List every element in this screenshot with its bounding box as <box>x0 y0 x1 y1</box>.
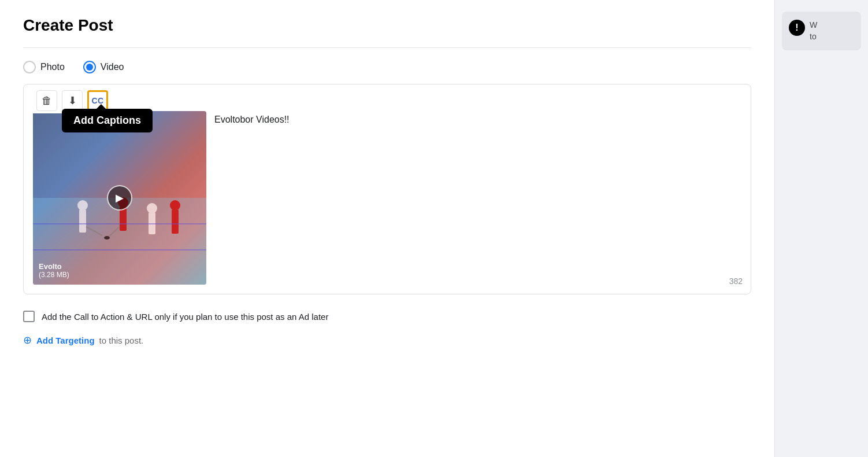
video-info: Evoltobor Videos!! <box>214 94 741 125</box>
svg-point-9 <box>104 236 110 239</box>
svg-point-8 <box>147 203 157 213</box>
video-toolbar: 🗑 ⬇ CC Add Captions <box>33 88 112 113</box>
divider <box>23 47 751 48</box>
alert-text: W to <box>810 20 817 42</box>
trash-icon: 🗑 <box>42 95 52 107</box>
svg-point-11 <box>170 200 180 211</box>
video-thumbnail[interactable]: Evolto (3.28 MB) ▶ <box>33 111 206 285</box>
video-label: Video <box>101 62 124 72</box>
cta-label: Add the Call to Action & URL only if you… <box>42 312 328 322</box>
sidebar-alert: ! W to <box>782 12 861 50</box>
play-icon: ▶ <box>116 191 124 204</box>
video-title: Evoltobor Videos!! <box>214 115 290 124</box>
targeting-row: ⊕ Add Targeting to this post. <box>23 334 751 347</box>
svg-rect-10 <box>172 209 179 234</box>
add-captions-tooltip: Add Captions <box>62 109 153 132</box>
bottom-section: Add the Call to Action & URL only if you… <box>23 311 751 347</box>
download-button[interactable]: ⬇ <box>62 90 83 111</box>
video-radio-option[interactable]: Video <box>83 61 124 73</box>
video-section: 🗑 ⬇ CC Add Captions <box>33 94 741 285</box>
play-button[interactable]: ▶ <box>107 185 132 211</box>
media-type-selector: Photo Video <box>23 61 751 73</box>
cta-checkbox-row: Add the Call to Action & URL only if you… <box>23 311 751 322</box>
file-size: (3.28 MB) <box>39 271 69 279</box>
targeting-icon: ⊕ <box>23 334 32 347</box>
page-title: Create Post <box>23 16 751 35</box>
add-targeting-link[interactable]: Add Targeting <box>36 336 95 345</box>
photo-radio-option[interactable]: Photo <box>23 61 65 73</box>
delete-button[interactable]: 🗑 <box>36 90 57 111</box>
alert-icon: ! <box>789 20 805 36</box>
cta-checkbox[interactable] <box>23 311 35 322</box>
video-overlay: Evolto (3.28 MB) <box>39 262 69 279</box>
photo-radio-circle[interactable] <box>23 61 36 73</box>
video-name: Evolto <box>39 262 69 271</box>
svg-rect-1 <box>79 209 86 233</box>
svg-point-2 <box>77 200 88 211</box>
photo-label: Photo <box>40 62 65 72</box>
targeting-suffix: to this post. <box>99 336 144 345</box>
post-area: 🗑 ⬇ CC Add Captions <box>23 84 751 294</box>
char-count: 382 <box>729 277 743 286</box>
video-radio-circle[interactable] <box>83 61 96 73</box>
sidebar-right: ! W to <box>774 0 868 457</box>
download-icon: ⬇ <box>68 94 77 107</box>
video-container: 🗑 ⬇ CC Add Captions <box>33 94 206 285</box>
